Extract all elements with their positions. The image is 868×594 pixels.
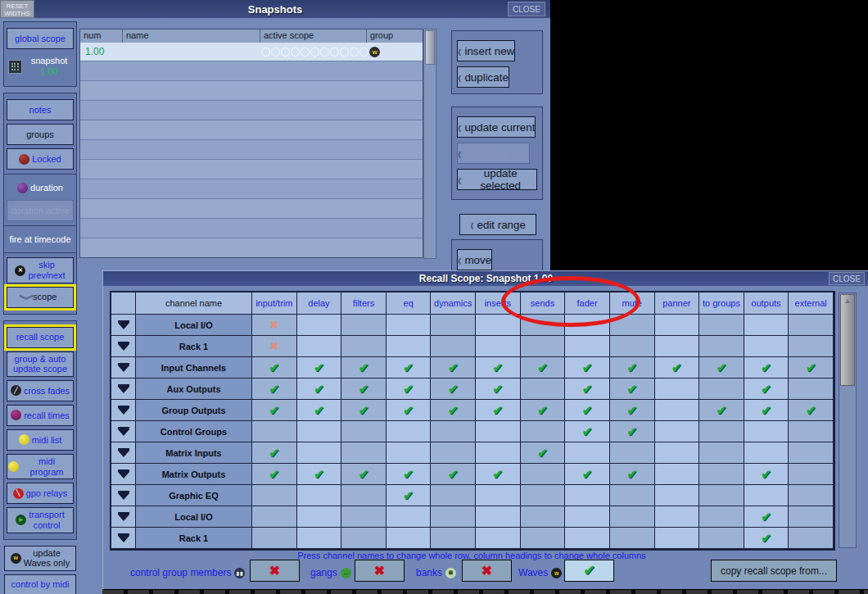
scope-cell[interactable] [252,485,297,506]
scope-cell[interactable]: ✔ [699,400,744,421]
column-header-input-trim[interactable]: input/trim [252,292,297,315]
scope-cell[interactable] [297,421,342,442]
scope-cell[interactable] [744,485,789,506]
scope-cell[interactable] [744,421,789,442]
scope-cell[interactable]: ✔ [297,464,342,485]
scope-cell[interactable]: ✔ [341,464,387,485]
scope-cell[interactable] [297,506,342,528]
row-funnel-button[interactable] [111,315,136,336]
recall-scope-button[interactable]: recall scope [7,327,74,348]
scope-cell[interactable] [789,464,834,485]
scope-cell[interactable] [789,485,834,506]
snapshot-list-scrollbar[interactable] [423,29,436,259]
channel-name-0[interactable]: Local I/O [136,315,252,336]
scope-cell[interactable] [610,506,655,528]
scope-cell[interactable] [655,400,700,421]
scope-cell[interactable]: ✔ [565,400,610,421]
scope-cell[interactable] [655,421,700,442]
row-funnel-button[interactable] [111,379,136,400]
scope-cell[interactable] [476,528,521,549]
skip-prev-next-button[interactable]: ✕skip prev/next [7,257,74,283]
scope-cell[interactable] [476,485,521,506]
scope-cell[interactable] [341,336,387,357]
groups-button[interactable]: groups [7,124,74,145]
scope-cell[interactable] [341,421,387,442]
scope-cell[interactable] [565,442,610,464]
scope-cell[interactable]: ✔ [610,379,655,400]
update-selected-button[interactable]: ‹update selected [457,169,537,190]
scope-cell[interactable]: ✔ [341,400,387,421]
column-header-to-groups[interactable]: to groups [699,292,744,315]
scope-cell[interactable]: ✔ [565,357,610,379]
row-funnel-button[interactable] [111,357,136,379]
channel-name-header[interactable]: channel name [136,292,252,315]
scope-cell[interactable]: ✔ [744,506,789,528]
scope-cell[interactable] [699,336,744,357]
scope-cell[interactable] [565,506,610,528]
scope-cell[interactable] [521,485,566,506]
scope-cell[interactable]: ✔ [565,421,610,442]
scope-cell[interactable] [565,485,610,506]
scope-cell[interactable] [252,528,297,549]
move-button[interactable]: ‹move [457,249,492,270]
scope-cell[interactable]: ✔ [387,357,432,379]
scope-cell[interactable]: ✔ [521,442,566,464]
scope-cell[interactable] [655,442,700,464]
insert-new-button[interactable]: ‹insert new [457,40,515,61]
row-funnel-button[interactable] [111,485,136,506]
scope-cell[interactable] [789,421,834,442]
scope-cell[interactable] [431,315,476,336]
scope-cell[interactable]: ✔ [476,400,521,421]
scope-cell[interactable] [521,379,566,400]
column-header-mute[interactable]: mute [610,292,655,315]
scope-cell[interactable] [521,506,566,528]
scope-cell[interactable] [431,442,476,464]
scope-cell[interactable] [610,442,655,464]
control-by-midi-button[interactable]: control by midi [4,574,76,594]
scope-cell[interactable] [341,506,387,528]
edit-range-button[interactable]: ‹edit range [459,214,536,235]
column-header-filters[interactable]: filters [341,292,387,315]
scope-cell[interactable] [431,485,476,506]
midi-list-button[interactable]: midi list [7,429,74,451]
recall-scope-close-button[interactable]: CLOSE [829,272,865,285]
recall-times-button[interactable]: recall times [7,405,74,426]
scope-cell[interactable] [476,315,521,336]
duration-active-button[interactable]: duration active [7,200,74,221]
scope-cell[interactable]: ✖ [252,315,297,336]
cross-fades-button[interactable]: ╱cross fades [7,380,74,401]
column-header-num[interactable]: num [80,29,123,43]
scope-cell[interactable]: ✔ [387,485,432,506]
scope-cell[interactable] [744,336,789,357]
scope-cell[interactable] [655,464,700,485]
waves-toggle-button[interactable]: ✔ [564,560,614,582]
row-funnel-button[interactable] [111,464,136,485]
scope-cell[interactable] [610,336,655,357]
scope-cell[interactable] [476,336,521,357]
channel-name-1[interactable]: Rack 1 [136,336,252,357]
column-header-group[interactable]: group [367,29,423,43]
scope-cell[interactable]: ✔ [252,400,297,421]
channel-name-4[interactable]: Group Outputs [136,400,252,421]
scope-cell[interactable]: ✔ [521,400,566,421]
scope-cell[interactable]: ✔ [387,464,432,485]
update-waves-only-button[interactable]: wupdate Waves only [4,546,76,571]
scope-cell[interactable] [699,315,744,336]
column-header-inserts[interactable]: inserts [476,292,521,315]
scope-cell[interactable] [341,528,387,549]
row-funnel-button[interactable] [111,506,136,528]
duplicate-button[interactable]: ‹duplicate [457,66,509,88]
scope-cell[interactable] [655,379,700,400]
scope-cell[interactable] [565,336,610,357]
scope-cell[interactable]: ✔ [297,400,342,421]
scope-cell[interactable] [252,421,297,442]
scope-cell[interactable]: ✔ [610,357,655,379]
scope-cell[interactable]: ✔ [744,528,789,549]
scope-cell[interactable]: ✔ [341,357,387,379]
banks-toggle-button[interactable]: ✖ [462,560,512,582]
column-header-eq[interactable]: eq [387,292,432,315]
scope-cell[interactable]: ✔ [476,379,521,400]
channel-name-7[interactable]: Matrix Outputs [136,464,252,485]
scope-cell[interactable]: ✔ [744,400,789,421]
scope-cell[interactable] [610,528,655,549]
